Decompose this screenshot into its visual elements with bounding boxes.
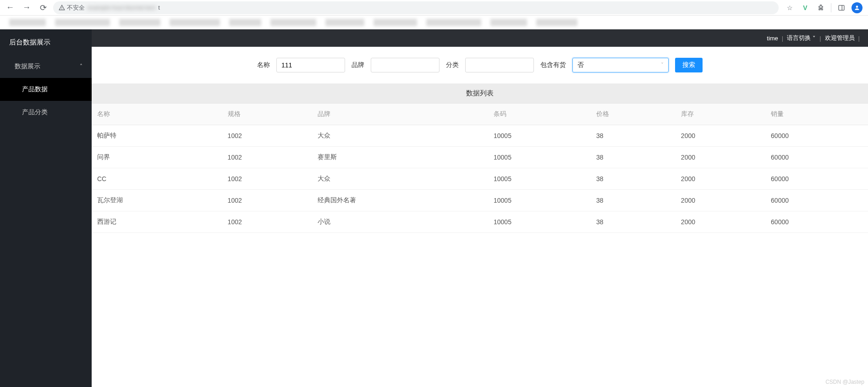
table-title: 数据列表 [92, 83, 868, 104]
sidebar-title: 后台数据展示 [0, 29, 92, 55]
cell-barcode: 10005 [488, 125, 591, 147]
col-sales: 销量 [765, 104, 868, 125]
cell-name: 问界 [92, 147, 222, 168]
forward-button[interactable]: → [20, 1, 33, 14]
table-row[interactable]: 西游记1002小说1000538200060000 [92, 211, 868, 233]
chevron-down-icon: ˅ [813, 35, 816, 42]
cell-sales: 60000 [765, 211, 868, 233]
instock-value: 否 [577, 61, 584, 69]
cell-sales: 60000 [765, 168, 868, 190]
insecure-icon: 不安全 [59, 4, 85, 12]
cell-price: 38 [591, 168, 676, 190]
extensions-icon[interactable] [815, 2, 826, 13]
vue-devtools-icon[interactable]: V [800, 2, 811, 13]
menu-sub-product-data[interactable]: 产品数据 [0, 78, 92, 101]
table-body: 帕萨特1002大众1000538200060000问界1002赛里斯100053… [92, 125, 868, 233]
cell-name: 帕萨特 [92, 125, 222, 147]
cell-stock: 2000 [676, 211, 765, 233]
table-row[interactable]: CC1002大众1000538200060000 [92, 168, 868, 190]
back-button[interactable]: ← [4, 1, 16, 14]
chevron-up-icon: ˄ [80, 63, 82, 70]
reload-button[interactable]: ⟳ [37, 1, 49, 14]
category-label: 分类 [446, 61, 459, 69]
cell-name: CC [92, 168, 222, 190]
menu-sub-label: 产品数据 [22, 85, 48, 94]
cell-spec: 1002 [222, 190, 312, 211]
header-sep: | [857, 35, 861, 42]
main: time | 语言切换 ˅ | 欢迎管理员 | 名称 品牌 分类 包含有货 否 [92, 29, 868, 387]
cell-spec: 1002 [222, 125, 312, 147]
name-input[interactable] [276, 58, 345, 72]
svg-point-1 [62, 9, 62, 9]
search-button[interactable]: 搜索 [675, 58, 703, 72]
chevron-down-icon: ˅ [661, 62, 664, 68]
cell-sales: 60000 [765, 190, 868, 211]
table-row[interactable]: 帕萨特1002大众1000538200060000 [92, 125, 868, 147]
menu-item-label: 数据展示 [15, 62, 40, 71]
cell-spec: 1002 [222, 211, 312, 233]
cell-brand: 经典国外名著 [312, 190, 488, 211]
col-brand: 品牌 [312, 104, 488, 125]
cell-price: 38 [591, 147, 676, 168]
address-bar[interactable]: 不安全 example-host-blurred-text t [53, 1, 779, 14]
cell-price: 38 [591, 211, 676, 233]
instock-select[interactable]: 否 ˅ [572, 58, 669, 72]
header-welcome: 欢迎管理员 [825, 34, 855, 42]
url-tail: t [158, 4, 160, 11]
watermark: CSDN @Jastep [825, 379, 864, 385]
star-icon[interactable]: ☆ [784, 2, 795, 13]
cell-barcode: 10005 [488, 211, 591, 233]
name-label: 名称 [257, 61, 270, 69]
svg-point-4 [856, 6, 858, 8]
cell-brand: 大众 [312, 125, 488, 147]
cell-stock: 2000 [676, 168, 765, 190]
content: 名称 品牌 分类 包含有货 否 ˅ 搜索 数据列表 名称 [92, 47, 868, 387]
app-root: 后台数据展示 数据展示 ˄ 产品数据 产品分类 time | 语言切换 ˅ | … [0, 29, 868, 387]
language-switch[interactable]: 语言切换 ˅ [787, 34, 816, 42]
col-stock: 库存 [676, 104, 765, 125]
cell-spec: 1002 [222, 147, 312, 168]
table-header-row: 名称 规格 品牌 条码 价格 库存 销量 [92, 104, 868, 125]
category-input[interactable] [465, 58, 534, 72]
cell-stock: 2000 [676, 147, 765, 168]
cell-name: 西游记 [92, 211, 222, 233]
header-bar: time | 语言切换 ˅ | 欢迎管理员 | [92, 29, 868, 47]
cell-brand: 赛里斯 [312, 147, 488, 168]
cell-brand: 大众 [312, 168, 488, 190]
table-row[interactable]: 问界1002赛里斯1000538200060000 [92, 147, 868, 168]
data-table: 名称 规格 品牌 条码 价格 库存 销量 帕萨特1002大众1000538200… [92, 104, 868, 233]
insecure-label: 不安全 [67, 4, 85, 12]
cell-barcode: 10005 [488, 147, 591, 168]
cell-sales: 60000 [765, 147, 868, 168]
col-barcode: 条码 [488, 104, 591, 125]
menu-sub-product-category[interactable]: 产品分类 [0, 101, 92, 124]
cell-price: 38 [591, 125, 676, 147]
col-name: 名称 [92, 104, 222, 125]
instock-label: 包含有货 [540, 61, 566, 69]
cell-stock: 2000 [676, 125, 765, 147]
brand-input[interactable] [371, 58, 439, 72]
svg-rect-2 [839, 5, 844, 10]
bookmarks-bar-blurred [0, 16, 868, 29]
cell-price: 38 [591, 190, 676, 211]
profile-avatar[interactable] [852, 2, 863, 13]
sidepanel-icon[interactable] [836, 2, 847, 13]
header-sep: | [819, 35, 822, 42]
cell-brand: 小说 [312, 211, 488, 233]
header-sep: | [781, 35, 784, 42]
search-row: 名称 品牌 分类 包含有货 否 ˅ 搜索 [92, 47, 868, 83]
cell-sales: 60000 [765, 125, 868, 147]
table-row[interactable]: 瓦尔登湖1002经典国外名著1000538200060000 [92, 190, 868, 211]
language-label: 语言切换 [787, 34, 811, 42]
menu-item-data-display[interactable]: 数据展示 ˄ [0, 55, 92, 78]
col-spec: 规格 [222, 104, 312, 125]
cell-stock: 2000 [676, 190, 765, 211]
browser-chrome: ← → ⟳ 不安全 example-host-blurred-text t ☆ … [0, 0, 868, 16]
cell-name: 瓦尔登湖 [92, 190, 222, 211]
sidebar: 后台数据展示 数据展示 ˄ 产品数据 产品分类 [0, 29, 92, 387]
chrome-divider [831, 3, 831, 12]
url-blurred: example-host-blurred-text [88, 4, 155, 11]
cell-spec: 1002 [222, 168, 312, 190]
col-price: 价格 [591, 104, 676, 125]
cell-barcode: 10005 [488, 190, 591, 211]
